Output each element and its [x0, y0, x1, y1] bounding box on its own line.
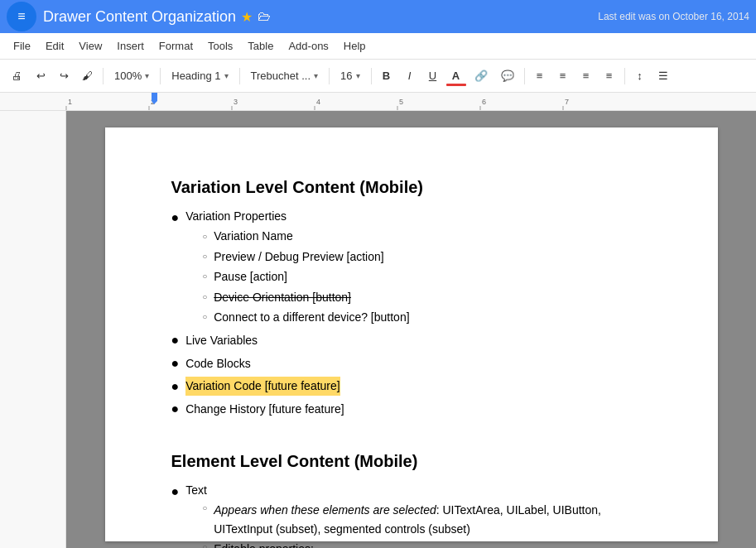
menu-tools[interactable]: Tools [201, 36, 239, 55]
style-arrow: ▾ [224, 71, 229, 80]
variation-code-label: Variation Code [future feature] [185, 377, 340, 395]
font-color-button[interactable]: A [446, 65, 466, 88]
link-button[interactable]: 🔗 [469, 65, 493, 88]
list-item: ○ Editable properties: ■ Actual text con… [202, 540, 651, 548]
document-page[interactable]: Variation Level Content (Mobile) ● Varia… [105, 127, 718, 541]
pause-label: Pause [action] [214, 267, 287, 286]
font-arrow: ▾ [314, 71, 318, 80]
list-item: ○ Connect to a different device? [button… [202, 308, 409, 326]
variation-name-label: Variation Name [214, 227, 292, 245]
align-justify-button[interactable]: ≡ [600, 65, 619, 88]
list-item: ● Live Variables [171, 329, 652, 351]
menu-file[interactable]: File [7, 36, 37, 55]
redo-button[interactable]: ↪ [54, 65, 74, 88]
italic-button[interactable]: I [400, 65, 420, 88]
menu-help[interactable]: Help [337, 36, 373, 55]
preview-label: Preview / Debug Preview [action] [214, 248, 383, 266]
appears-when-text-label: Appears when these elements are selected… [214, 501, 651, 538]
last-edit-text: Last edit was on October 16, 2014 [598, 11, 749, 22]
svg-text:3: 3 [234, 98, 238, 106]
svg-text:4: 4 [316, 98, 320, 106]
editable-properties-label: Editable properties: [214, 542, 314, 548]
app-bar: ≡ Drawer Content Organization ★ 🗁 Last e… [0, 0, 756, 33]
bullet-circle-1: ○ [202, 230, 207, 243]
align-right-button[interactable]: ≡ [576, 65, 596, 88]
zoom-dropdown[interactable]: 100% ▾ [108, 65, 155, 88]
align-center-button[interactable]: ≡ [553, 65, 573, 88]
bullet-circle-3: ○ [202, 270, 207, 283]
align-left-button[interactable]: ≡ [530, 65, 550, 88]
menu-bar: File Edit View Insert Format Tools Table… [0, 33, 756, 60]
list-item: ○ Pause [action] [202, 267, 409, 286]
code-blocks-label: Code Blocks [185, 354, 251, 373]
list-item: ○ Device Orientation [button] [202, 288, 409, 306]
bullet-disc-6: ● [171, 481, 180, 502]
bullet-disc-2: ● [171, 329, 180, 351]
line-spacing-button[interactable]: ↕ [630, 65, 650, 88]
menu-table[interactable]: Table [241, 36, 280, 55]
font-dropdown[interactable]: Trebuchet ... ▾ [245, 65, 325, 88]
menu-addons[interactable]: Add-ons [282, 36, 335, 55]
section2-heading: Element Level Content (Mobile) [171, 448, 652, 474]
main-area: Variation Level Content (Mobile) ● Varia… [0, 111, 756, 548]
bullet-disc-5: ● [171, 398, 180, 420]
toolbar-separator-7 [624, 68, 625, 84]
bullet-circle-6: ○ [202, 501, 207, 516]
ruler: 1 2 3 4 5 6 7 [0, 93, 756, 111]
zoom-arrow: ▾ [145, 71, 149, 80]
list-item: ● Variation Code [future feature] [171, 376, 652, 397]
toolbar-separator-6 [524, 68, 525, 84]
menu-view[interactable]: View [72, 36, 108, 55]
bold-button[interactable]: B [377, 65, 397, 88]
device-orientation-label: Device Orientation [button] [214, 288, 351, 306]
list-item: ○ Variation Name [202, 227, 409, 245]
size-dropdown[interactable]: 16 ▾ [335, 65, 365, 88]
bullet-disc-4: ● [171, 376, 180, 397]
star-icon[interactable]: ★ [241, 9, 253, 25]
list-item: ● Change History [future feature] [171, 398, 652, 420]
toolbar-separator-3 [239, 68, 240, 84]
toolbar-separator-4 [329, 68, 330, 84]
svg-text:7: 7 [565, 98, 569, 106]
list-button[interactable]: ☰ [653, 65, 673, 88]
bullet-circle-2: ○ [202, 250, 207, 263]
list-item: ○ Preview / Debug Preview [action] [202, 248, 409, 266]
svg-text:5: 5 [399, 98, 403, 106]
left-panel [0, 111, 66, 548]
toolbar-separator-5 [371, 68, 372, 84]
text-label: Text [185, 483, 207, 497]
svg-text:6: 6 [482, 98, 486, 106]
menu-edit[interactable]: Edit [39, 36, 70, 55]
print-button[interactable]: 🖨 [7, 65, 27, 88]
bullet-circle-5: ○ [202, 310, 207, 324]
svg-rect-0 [0, 93, 756, 111]
bullet-circle-7: ○ [202, 540, 207, 548]
doc-title-area: Drawer Content Organization ★ 🗁 [43, 8, 271, 26]
folder-icon[interactable]: 🗁 [258, 9, 271, 24]
connect-device-label: Connect to a different device? [button] [214, 308, 409, 326]
app-icon[interactable]: ≡ [7, 2, 36, 31]
menu-insert[interactable]: Insert [110, 36, 151, 55]
undo-button[interactable]: ↩ [31, 65, 51, 88]
font-color-indicator [446, 84, 466, 86]
svg-text:1: 1 [68, 98, 72, 106]
paint-format-button[interactable]: 🖌 [77, 65, 98, 88]
change-history-label: Change History [future feature] [185, 400, 344, 418]
section1-heading: Variation Level Content (Mobile) [171, 174, 652, 200]
toolbar-separator-1 [103, 68, 104, 84]
list-item: ● Code Blocks [171, 353, 652, 374]
page-area[interactable]: Variation Level Content (Mobile) ● Varia… [66, 111, 756, 548]
ruler-svg: 1 2 3 4 5 6 7 [0, 93, 756, 111]
doc-title[interactable]: Drawer Content Organization [43, 8, 236, 26]
bullet-circle-4: ○ [202, 291, 207, 304]
style-dropdown[interactable]: Heading 1 ▾ [166, 65, 234, 88]
comment-button[interactable]: 💬 [496, 65, 519, 88]
toolbar-separator-2 [160, 68, 161, 84]
list-item: ○ Appears when these elements are select… [202, 501, 651, 538]
toolbar: 🖨 ↩ ↪ 🖌 100% ▾ Heading 1 ▾ Trebuchet ...… [0, 60, 756, 93]
menu-format[interactable]: Format [152, 36, 200, 55]
size-arrow: ▾ [356, 71, 360, 80]
underline-button[interactable]: U [423, 65, 443, 88]
bullet-disc-1: ● [171, 207, 180, 228]
list-item: ● Text ○ Appears when these elements are… [171, 481, 652, 548]
